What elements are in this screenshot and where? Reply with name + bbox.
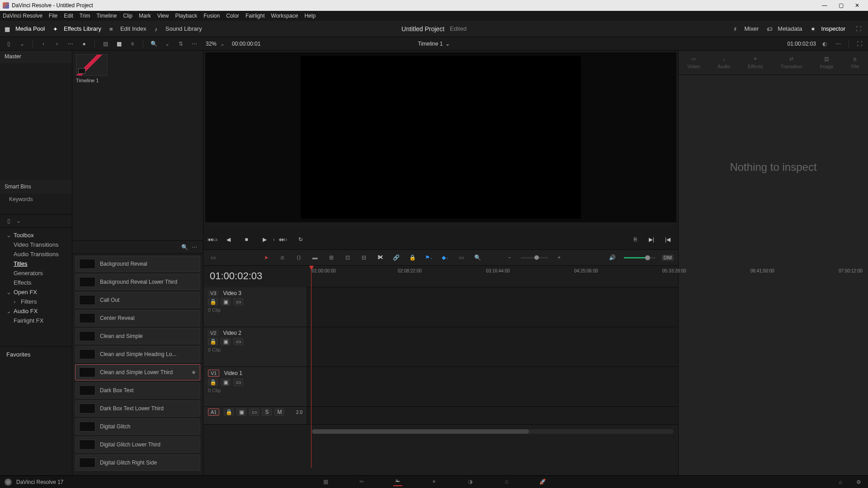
menu-timeline[interactable]: Timeline xyxy=(96,13,117,19)
title-item[interactable]: Clean and Simple xyxy=(75,328,200,344)
disable-icon[interactable]: ▭ xyxy=(233,379,243,386)
video-track[interactable]: V3 Video 3 🔒 ▣ ▭ 0 Clip xyxy=(203,287,678,327)
marker-icon[interactable]: ◆⌄ xyxy=(440,253,450,263)
smart-bins-header[interactable]: Smart Bins xyxy=(0,180,72,193)
menu-edit[interactable]: Edit xyxy=(64,13,73,19)
edit-page-button[interactable]: ✁ xyxy=(393,477,402,486)
effects-node[interactable]: Effects xyxy=(0,278,72,287)
flag-icon[interactable]: ⚑⌄ xyxy=(424,253,434,263)
title-item[interactable]: Digital Glitch Lower Third xyxy=(75,436,200,453)
timeline-view-icon[interactable]: ▭ xyxy=(208,253,218,263)
timeline-ruler[interactable]: 01:00:00:00 02:08:22:00 03:16:44:00 04:2… xyxy=(307,266,678,287)
blade-tool-icon[interactable]: ▬ xyxy=(310,253,320,263)
sound-library-toggle[interactable]: ♪ Sound Library xyxy=(155,25,202,32)
options-icon[interactable]: ⋯ xyxy=(833,39,843,49)
options-icon[interactable]: ⋯ xyxy=(189,242,199,252)
zoom-in-icon[interactable]: + xyxy=(554,253,564,263)
options-icon[interactable]: ⋯ xyxy=(189,39,199,49)
filters-node[interactable]: ›Filters xyxy=(0,297,72,306)
dynamic-trim-icon[interactable]: ⟨⟩ xyxy=(294,253,304,263)
link-icon[interactable]: 🔗 xyxy=(392,253,401,263)
auto-select-icon[interactable]: ▣ xyxy=(221,298,231,305)
volume-icon[interactable]: 🔊 xyxy=(608,253,618,263)
insert-icon[interactable]: ⊞ xyxy=(326,253,336,263)
track-lane[interactable] xyxy=(307,327,678,366)
zoom-search-icon[interactable]: 🔍 xyxy=(473,253,483,263)
inspector-tab-file[interactable]: 🗎File xyxy=(851,56,859,69)
title-item[interactable]: Call Out xyxy=(75,292,200,308)
inspector-tab-image[interactable]: 🖼Image xyxy=(820,56,834,69)
solo-button[interactable]: S xyxy=(262,408,272,416)
expand-icon[interactable]: ⛶ xyxy=(854,39,864,49)
more-icon[interactable]: ⋯ xyxy=(66,39,75,49)
disable-icon[interactable]: ▭ xyxy=(233,338,243,345)
search-icon[interactable]: 🔍 xyxy=(179,242,189,252)
menu-workspace[interactable]: Workspace xyxy=(271,13,298,19)
title-item[interactable]: Clean and Simple Lower Third ★ xyxy=(75,364,200,380)
maximize-button[interactable]: ▢ xyxy=(833,0,849,11)
replace-icon[interactable]: ⊟ xyxy=(359,253,369,263)
lock-icon[interactable]: 🔒 xyxy=(208,338,218,345)
audio-track-a1[interactable]: A1 🔒 ▣ ▭ S M 2.0 xyxy=(203,407,678,425)
inspector-tab-effects[interactable]: ✦Effects xyxy=(748,56,763,69)
menu-trim[interactable]: Trim xyxy=(80,13,90,19)
prev-marker-icon[interactable]: ‹ xyxy=(273,236,275,243)
video-transitions-node[interactable]: Video Transitions xyxy=(0,240,72,249)
next-icon[interactable]: › xyxy=(52,39,62,49)
menu-color[interactable]: Color xyxy=(226,13,239,19)
inspector-tab-video[interactable]: ▭Video xyxy=(687,56,700,69)
chevron-down-icon[interactable]: ⌄ xyxy=(162,39,172,49)
menu-fairlight[interactable]: Fairlight xyxy=(245,13,265,19)
menu-playback[interactable]: Playback xyxy=(175,13,197,19)
menu-file[interactable]: File xyxy=(49,13,57,19)
deliver-page-button[interactable]: 🚀 xyxy=(538,477,547,486)
viewer-zoom[interactable]: 32% xyxy=(206,41,217,47)
search-icon[interactable]: 🔍 xyxy=(149,39,159,49)
menu-fusion[interactable]: Fusion xyxy=(203,13,220,19)
favorites-header[interactable]: Favorites xyxy=(0,346,72,359)
caption-icon[interactable]: ▭ xyxy=(457,253,467,263)
sort-icon[interactable]: ⇅ xyxy=(176,39,186,49)
title-item[interactable]: Clean and Simple Heading Lo... xyxy=(75,346,200,362)
auto-select-icon[interactable]: ▣ xyxy=(236,408,246,416)
lock-icon[interactable]: 🔒 xyxy=(208,298,218,305)
audio-transitions-node[interactable]: Audio Transitions xyxy=(0,249,72,259)
menu-clip[interactable]: Clip xyxy=(123,13,132,19)
media-pool-toggle[interactable]: ▦ Media Pool xyxy=(5,25,45,32)
next-marker-icon[interactable]: › xyxy=(285,236,287,243)
zoom-out-icon[interactable]: − xyxy=(505,253,514,263)
panel-icon[interactable]: ▯ xyxy=(4,216,14,226)
trim-tool-icon[interactable]: ⎚ xyxy=(278,253,288,263)
lock-icon[interactable]: 🔒 xyxy=(408,253,418,263)
media-page-button[interactable]: ▦ xyxy=(321,477,330,486)
minimize-button[interactable]: — xyxy=(816,0,833,11)
video-track[interactable]: V2 Video 2 🔒 ▣ ▭ 0 Clip xyxy=(203,327,678,367)
overwrite-icon[interactable]: ⊡ xyxy=(343,253,353,263)
expand-button[interactable]: ⛶ xyxy=(854,24,863,34)
go-end-icon[interactable]: ▶| xyxy=(646,235,656,244)
inspector-tab-transition[interactable]: ⇄Transition xyxy=(781,56,802,69)
metadata-toggle[interactable]: 🏷 Metadata xyxy=(767,24,802,34)
record-icon[interactable]: ● xyxy=(79,39,89,49)
titles-node[interactable]: Titles xyxy=(0,259,72,268)
auto-select-icon[interactable]: ▣ xyxy=(221,338,231,345)
menu-mark[interactable]: Mark xyxy=(139,13,151,19)
list-view-icon[interactable]: ≡ xyxy=(127,39,137,49)
timeline-thumbnail[interactable]: Timeline 1 xyxy=(76,54,199,83)
home-icon[interactable]: ⌂ xyxy=(835,477,845,487)
color-page-button[interactable]: ◑ xyxy=(466,477,475,486)
selection-tool[interactable]: ➤ xyxy=(261,253,271,263)
grid-view-icon[interactable]: ▦ xyxy=(114,39,124,49)
marker-dot-icon[interactable]: ● xyxy=(278,236,282,243)
master-bin[interactable]: Master xyxy=(0,51,72,63)
title-item[interactable]: Digital Glitch Right Side xyxy=(75,455,200,471)
chevron-down-icon[interactable]: ⌄ xyxy=(223,235,233,244)
edit-index-toggle[interactable]: ≡ Edit Index xyxy=(109,25,146,32)
title-item[interactable]: Dark Box Text Lower Third xyxy=(75,400,200,417)
lock-icon[interactable]: 🔒 xyxy=(224,408,234,416)
match-frame-icon[interactable]: ⎘ xyxy=(630,235,640,244)
prev-icon[interactable]: ‹ xyxy=(38,39,48,49)
close-button[interactable]: ✕ xyxy=(849,0,865,11)
chevron-down-icon[interactable]: ⌄ xyxy=(14,216,24,226)
menu-davinci[interactable]: DaVinci Resolve xyxy=(3,13,42,19)
